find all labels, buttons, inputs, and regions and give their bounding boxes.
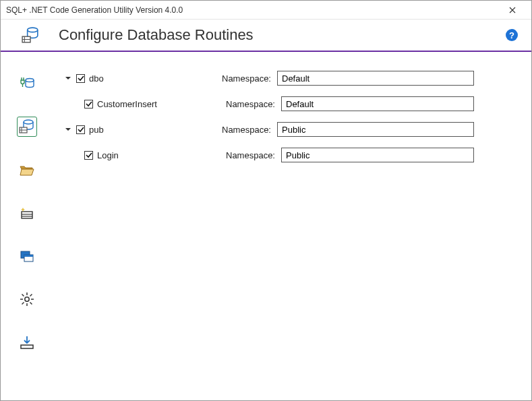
titlebar: SQL+ .NET Code Generation Utility Versio… <box>1 1 531 20</box>
check-icon <box>78 126 84 133</box>
list-sparkle-icon <box>19 205 35 221</box>
svg-point-0 <box>28 28 38 32</box>
schema-row-dbo: dbo Namespace: <box>60 68 504 88</box>
database-routines-icon <box>21 26 40 44</box>
expander-dbo[interactable] <box>64 74 72 82</box>
checkbox-login[interactable] <box>84 151 93 160</box>
header: Configure Database Routines ? <box>1 20 531 52</box>
sidebar <box>1 52 53 401</box>
namespace-input-dbo[interactable] <box>277 71 474 86</box>
gear-icon <box>19 291 35 307</box>
namespace-pair: Namespace: <box>220 96 474 111</box>
schema-label: dbo <box>89 73 104 84</box>
namespace-pair: Namespace: <box>216 122 474 137</box>
schema-label: pub <box>89 125 104 135</box>
checkbox-pub[interactable] <box>76 125 85 134</box>
routine-label: CustomerInsert <box>97 99 157 109</box>
checkbox-dbo[interactable] <box>76 74 85 83</box>
nav-download[interactable] <box>17 332 37 352</box>
svg-rect-14 <box>24 255 33 257</box>
nav-settings[interactable] <box>17 289 37 309</box>
namespace-input-login[interactable] <box>281 148 474 162</box>
svg-rect-24 <box>21 345 33 348</box>
namespace-input-pub[interactable] <box>277 122 474 137</box>
svg-line-20 <box>22 295 24 297</box>
namespace-label: Namespace: <box>226 99 281 109</box>
plug-database-icon <box>19 75 35 92</box>
download-icon <box>19 334 35 350</box>
svg-line-22 <box>30 295 32 297</box>
routine-label: Login <box>97 150 119 160</box>
svg-rect-9 <box>22 212 32 218</box>
svg-point-5 <box>24 120 33 124</box>
namespace-pair: Namespace: <box>216 71 474 86</box>
namespace-label: Namespace: <box>226 150 281 160</box>
nav-routines[interactable] <box>17 117 37 137</box>
routines-tree: dbo Namespace: CustomerInsert Namespace: <box>53 52 531 401</box>
nav-options[interactable] <box>17 203 37 223</box>
schema-row-pub: pub Namespace: <box>60 119 504 140</box>
database-table-icon <box>19 119 35 135</box>
folder-open-icon <box>19 162 35 178</box>
page-title: Configure Database Routines <box>59 26 254 44</box>
nav-build[interactable] <box>17 246 37 266</box>
svg-line-21 <box>30 303 32 305</box>
body: dbo Namespace: CustomerInsert Namespace: <box>1 52 531 401</box>
nav-connect[interactable] <box>17 73 37 94</box>
checkbox-customerinsert[interactable] <box>84 100 93 109</box>
help-button[interactable]: ? <box>506 29 518 41</box>
namespace-input-customerinsert[interactable] <box>281 96 474 111</box>
svg-point-15 <box>25 297 29 301</box>
nav-folder[interactable] <box>17 160 37 180</box>
svg-line-23 <box>22 303 24 305</box>
namespace-label: Namespace: <box>222 125 277 135</box>
check-icon <box>86 100 92 107</box>
close-icon <box>509 7 516 13</box>
namespace-label: Namespace: <box>222 73 277 84</box>
chevron-down-icon <box>65 126 71 133</box>
namespace-pair: Namespace: <box>220 148 474 162</box>
routine-row-customerinsert: CustomerInsert Namespace: <box>60 94 504 114</box>
expander-pub[interactable] <box>64 125 72 133</box>
check-icon <box>86 152 92 158</box>
check-icon <box>78 75 84 82</box>
windows-icon <box>19 248 35 264</box>
routine-row-login: Login Namespace: <box>60 145 504 165</box>
svg-point-4 <box>26 79 34 82</box>
chevron-down-icon <box>65 75 71 82</box>
window-title: SQL+ .NET Code Generation Utility Versio… <box>6 5 183 15</box>
close-button[interactable] <box>499 1 526 20</box>
